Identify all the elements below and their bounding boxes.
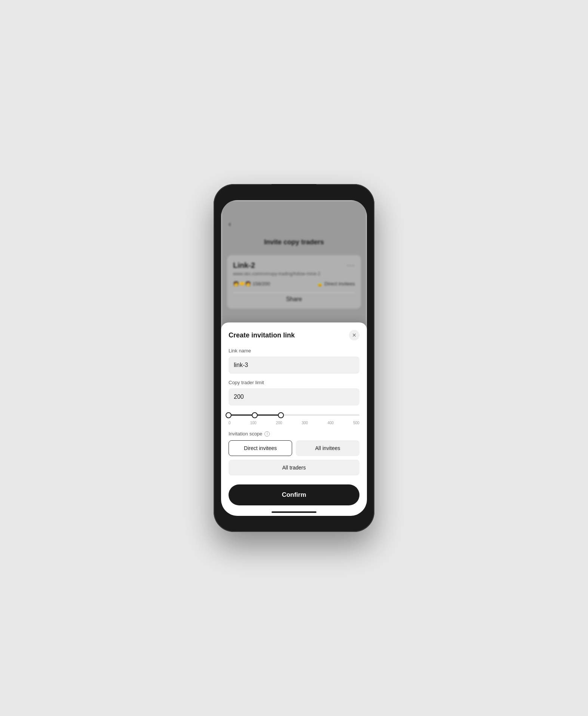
confirm-button[interactable]: Confirm: [229, 484, 359, 505]
slider-label-500: 500: [353, 421, 359, 425]
link-url: www.okx.com/cn/copy-trading/follow-mine-…: [233, 271, 355, 276]
info-icon[interactable]: i: [264, 431, 270, 437]
scope-label-row: Invitation scope i: [229, 431, 359, 437]
scope-all-invitees-button[interactable]: All invitees: [296, 440, 359, 456]
slider-label-100: 100: [250, 421, 257, 425]
sheet-title: Create invitation link: [229, 331, 295, 339]
phone-screen: ‹ Invite copy traders Link-2 ··· www.okx…: [221, 200, 367, 516]
slider-label-400: 400: [327, 421, 334, 425]
notch: [272, 184, 316, 195]
link-name-input[interactable]: [229, 357, 359, 374]
home-indicator: [272, 511, 316, 513]
bottom-sheet: Create invitation link × Link name Copy …: [221, 322, 367, 516]
slider-thumb-start[interactable]: [226, 412, 232, 418]
link-name-label: Link name: [229, 348, 359, 354]
slider-thumb-end[interactable]: [278, 412, 284, 418]
link-card: Link-2 ··· www.okx.com/cn/copy-trading/f…: [227, 255, 361, 309]
scope-all-traders-button[interactable]: All traders: [229, 460, 359, 475]
back-button[interactable]: ‹: [229, 220, 231, 228]
trader-limit-label: Copy trader limit: [229, 380, 359, 385]
sheet-header: Create invitation link ×: [229, 330, 359, 340]
trader-limit-input[interactable]: [229, 388, 359, 406]
close-button[interactable]: ×: [349, 330, 359, 340]
scope-label: Invitation scope: [229, 431, 262, 437]
slider-label-300: 300: [302, 421, 308, 425]
more-options-icon[interactable]: ···: [347, 261, 355, 269]
slider-label-200: 200: [276, 421, 282, 425]
slider-track: [229, 414, 359, 416]
scope-direct-invitees-button[interactable]: Direct invitees: [229, 440, 292, 456]
phone-frame: ‹ Invite copy traders Link-2 ··· www.okx…: [214, 184, 374, 532]
avatar-stats: 🧑🤝🧑 158/200: [233, 281, 270, 287]
page-title: Invite copy traders: [221, 219, 367, 246]
slider-label-0: 0: [229, 421, 231, 425]
invitees-type: 🔒 Direct invitees: [317, 281, 355, 287]
slider-thumb-mid[interactable]: [252, 412, 258, 418]
scope-buttons-grid: Direct invitees All invitees: [229, 440, 359, 456]
link-name: Link-2: [233, 261, 255, 270]
slider-labels: 0 100 200 300 400 500: [229, 421, 359, 425]
share-button[interactable]: Share: [233, 293, 355, 303]
slider-section: 0 100 200 300 400 500: [229, 411, 359, 425]
